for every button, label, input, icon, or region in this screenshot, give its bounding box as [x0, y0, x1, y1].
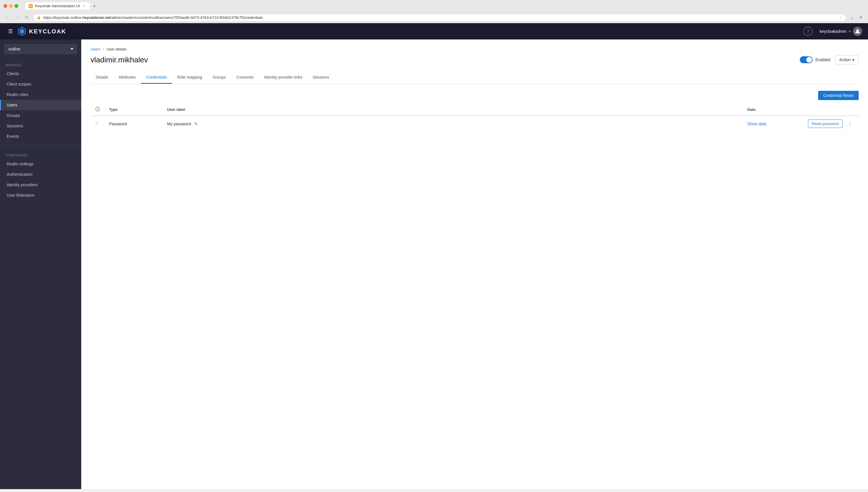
url-text: https://keycloak.outline.heyvaldemar.net…	[43, 16, 837, 20]
sidebar-item-client-scopes[interactable]: Client scopes	[0, 79, 81, 89]
url-bar[interactable]: 🔒 https://keycloak.outline.heyvaldemar.n…	[33, 14, 846, 21]
show-data-link[interactable]: Show data	[747, 122, 766, 126]
sidebar-label-events: Events	[7, 134, 19, 139]
page-title: vladimir.mikhalev	[91, 55, 800, 65]
sidebar-item-realm-settings[interactable]: Realm settings	[0, 159, 81, 169]
credentials-table: ⓘ Type User label Data ⠿ Passwo	[91, 103, 859, 132]
url-domain: heyvaldemar.net	[82, 16, 110, 20]
bookmark-icon[interactable]: ☆	[839, 16, 842, 20]
maximize-window-button[interactable]	[15, 4, 18, 8]
drag-handle-cell: ⠿	[91, 116, 104, 132]
sidebar-label-user-federation: User federation	[7, 193, 34, 198]
sidebar-item-user-federation[interactable]: User federation	[0, 190, 81, 200]
refresh-button[interactable]: ↻	[23, 14, 31, 21]
col-header-data: Data	[743, 103, 801, 116]
info-icon[interactable]: ⓘ	[95, 107, 100, 112]
user-menu-button[interactable]: keycloakadmin ▾	[817, 28, 853, 35]
sidebar-label-groups: Groups	[7, 113, 20, 118]
action-dropdown-button[interactable]: Action ▾	[835, 55, 859, 65]
app-container: ☰ KEYCLOAK ? keycloakadmin ▾	[0, 23, 868, 489]
credential-type-cell: Password	[104, 116, 163, 132]
sidebar-item-events[interactable]: Events	[0, 131, 81, 142]
tab-role-mapping[interactable]: Role mapping	[172, 71, 207, 84]
minimize-window-button[interactable]	[9, 4, 13, 8]
realm-selector[interactable]: outline	[5, 44, 77, 54]
sidebar-label-authentication: Authentication	[7, 172, 32, 177]
reset-password-button[interactable]: Reset password	[808, 120, 842, 128]
sidebar-item-realm-roles[interactable]: Realm roles	[0, 89, 81, 100]
breadcrumb-current: User details	[106, 47, 126, 51]
sidebar-item-clients[interactable]: Clients	[0, 69, 81, 79]
sidebar-divider	[0, 145, 81, 145]
row-actions: Reset password ⋮	[805, 120, 854, 128]
avatar-icon	[855, 28, 861, 34]
sidebar-label-users: Users	[7, 103, 18, 107]
keycloak-logo-icon	[18, 27, 27, 36]
back-button[interactable]: ←	[3, 14, 11, 21]
tab-consents[interactable]: Consents	[231, 71, 259, 84]
page-header: vladimir.mikhalev Enabled Action ▾	[91, 55, 859, 65]
configure-section-label: Configure	[0, 149, 81, 159]
breadcrumb-users-link[interactable]: Users	[91, 47, 100, 51]
sidebar-item-users[interactable]: Users	[0, 100, 81, 110]
credential-actions-cell: Reset password ⋮	[801, 116, 859, 132]
table-body: ⠿ Password My password ✎ Show data	[91, 116, 859, 132]
hamburger-menu-button[interactable]: ☰	[6, 27, 15, 36]
credential-reset-button[interactable]: Credential Reset	[818, 91, 859, 100]
action-label: Action	[839, 57, 850, 62]
extensions-icon[interactable]: ⬦	[848, 14, 856, 21]
tab-details[interactable]: Details	[91, 71, 114, 84]
main-content: outline Manage Clients Client scopes Rea…	[0, 40, 868, 489]
table-row: ⠿ Password My password ✎ Show data	[91, 116, 859, 132]
col-header-user-label: User label	[163, 103, 743, 116]
app-name: KEYCLOAK	[29, 28, 66, 35]
sidebar-item-sessions[interactable]: Sessions	[0, 121, 81, 131]
col-header-drag: ⓘ	[91, 103, 104, 116]
sidebar-label-clients: Clients	[7, 71, 19, 76]
tab-sessions[interactable]: Sessions	[307, 71, 334, 84]
tab-attributes[interactable]: Attributes	[114, 71, 141, 84]
col-header-actions	[801, 103, 859, 116]
app-logo: KEYCLOAK	[18, 27, 66, 36]
tab-favicon-icon: K	[29, 4, 33, 8]
realm-select-dropdown[interactable]: outline	[5, 44, 77, 54]
edit-label-icon[interactable]: ✎	[194, 122, 198, 126]
credential-user-label: My password	[167, 122, 191, 126]
credential-label-cell: My password ✎	[163, 116, 743, 132]
security-icon: 🔒	[37, 16, 41, 20]
active-tab[interactable]: K Keycloak Administration UI ×	[25, 2, 90, 9]
sidebar-item-groups[interactable]: Groups	[0, 110, 81, 121]
browser-chrome: K Keycloak Administration UI × + ← → ↻ 🔒…	[0, 0, 868, 23]
table-header-row: ⓘ Type User label Data	[91, 103, 859, 116]
breadcrumb: Users › User details	[91, 46, 859, 52]
tab-title: Keycloak Administration UI	[35, 4, 80, 8]
sidebar: outline Manage Clients Client scopes Rea…	[0, 40, 81, 489]
action-dropdown-icon: ▾	[852, 57, 854, 62]
tab-groups[interactable]: Groups	[207, 71, 231, 84]
drag-handle-icon[interactable]: ⠿	[95, 121, 99, 126]
close-window-button[interactable]	[3, 4, 7, 8]
browser-action-buttons: ⬦ ≡	[848, 14, 865, 21]
tab-identity-provider-links[interactable]: Identity provider links	[259, 71, 307, 84]
new-tab-button[interactable]: +	[91, 3, 98, 9]
tab-credentials[interactable]: Credentials	[141, 71, 172, 84]
browser-titlebar: K Keycloak Administration UI × +	[0, 0, 868, 12]
enabled-toggle-container: Enabled	[800, 56, 830, 63]
sidebar-item-identity-providers[interactable]: Identity providers	[0, 179, 81, 190]
tab-close-button[interactable]: ×	[82, 4, 86, 8]
sidebar-item-authentication[interactable]: Authentication	[0, 169, 81, 179]
forward-button[interactable]: →	[13, 14, 21, 21]
app-header: ☰ KEYCLOAK ? keycloakadmin ▾	[0, 23, 868, 40]
more-options-button[interactable]: ⋮	[846, 120, 854, 128]
username-label: keycloakadmin	[820, 29, 846, 34]
user-avatar[interactable]	[853, 27, 862, 36]
menu-icon[interactable]: ≡	[857, 14, 865, 21]
enabled-toggle[interactable]	[800, 56, 813, 63]
toggle-thumb	[806, 57, 812, 63]
traffic-lights	[3, 4, 18, 8]
credentials-table-header: Credential Reset	[91, 91, 859, 100]
credential-type: Password	[109, 122, 127, 126]
table-head: ⓘ Type User label Data	[91, 103, 859, 116]
help-button[interactable]: ?	[803, 27, 813, 36]
breadcrumb-separator: ›	[103, 46, 104, 52]
